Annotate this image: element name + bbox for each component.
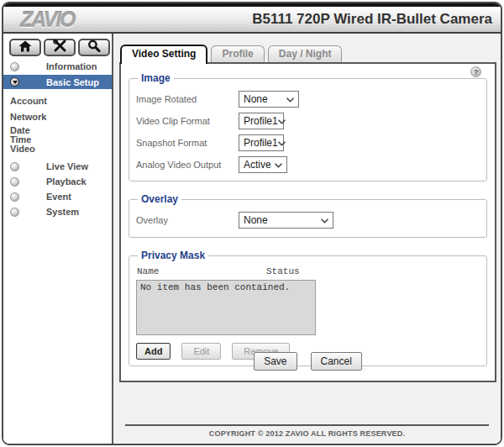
copyright-text: COPYRIGHT © 2012 ZAVIO ALL RIGHTS RESERV… xyxy=(113,429,501,438)
selected-value: Profile1 xyxy=(244,115,278,127)
tab-bar: Video Setting Profile Day / Night xyxy=(120,45,501,62)
zavio-logo: ZAVIO xyxy=(20,8,75,32)
form-row: Analog Video Output Active xyxy=(136,156,480,173)
home-icon xyxy=(18,40,32,55)
status-column-header: Status xyxy=(266,266,300,276)
sidebar-item-live-view[interactable]: Live View xyxy=(3,160,112,173)
privacy-mask-legend: Privacy Mask xyxy=(138,250,208,261)
selected-value: None xyxy=(244,93,268,105)
overlay-section-legend: Overlay xyxy=(138,193,181,205)
spacer xyxy=(113,382,501,424)
overlay-select[interactable]: None xyxy=(239,212,333,229)
setup-button[interactable] xyxy=(44,39,76,56)
header: ZAVIO B5111 720P Wired IR-Bullet Camera xyxy=(3,7,501,34)
sidebar-item-label: Information xyxy=(46,61,97,71)
video-clip-format-label: Video Clip Format xyxy=(136,116,239,126)
bullet-icon xyxy=(10,62,19,71)
chevron-down-icon xyxy=(321,214,328,226)
bullet-icon xyxy=(10,192,19,202)
empty-list-message: No item has been contained. xyxy=(140,282,290,292)
video-clip-format-select[interactable]: Profile1 xyxy=(239,113,284,129)
sidebar-item-label: Basic Setup xyxy=(46,77,99,87)
sidebar-item-system[interactable]: System xyxy=(3,205,112,218)
tools-icon xyxy=(53,39,67,55)
footer-divider xyxy=(125,424,489,426)
sidebar-item-label: System xyxy=(46,207,79,217)
overlay-label: Overlay xyxy=(136,215,239,225)
chevron-down-icon xyxy=(278,137,286,149)
sidebar-item-playback[interactable]: Playback xyxy=(3,175,112,188)
selected-value: Profile1 xyxy=(244,137,278,149)
bullet-icon xyxy=(10,162,19,171)
tab-day-night[interactable]: Day / Night xyxy=(268,45,343,62)
chevron-down-icon xyxy=(275,159,282,171)
sidebar-item-account[interactable]: Account xyxy=(3,95,112,108)
page-title: B5111 720P Wired IR-Bullet Camera xyxy=(252,11,492,28)
overlay-section: Overlay Overlay None xyxy=(129,193,487,238)
content-area: Video Setting Profile Day / Night ? Imag… xyxy=(113,34,501,445)
chevron-down-icon xyxy=(278,115,286,127)
sidebar-item-label: Playback xyxy=(46,176,87,187)
snapshot-format-select[interactable]: Profile1 xyxy=(239,134,284,151)
bullet-icon xyxy=(10,208,19,217)
sidebar-toolbar xyxy=(3,34,112,56)
image-section-legend: Image xyxy=(138,72,174,84)
bullet-icon xyxy=(10,177,19,187)
form-row: Overlay None xyxy=(136,212,480,229)
sidebar-item-video[interactable]: Video xyxy=(3,145,112,154)
image-rotated-label: Image Rotated xyxy=(136,94,239,104)
tab-video-setting[interactable]: Video Setting xyxy=(120,45,207,64)
sidebar: Information Basic Setup Account Network … xyxy=(3,34,113,445)
help-icon[interactable]: ? xyxy=(470,66,481,77)
analog-video-output-select[interactable]: Active xyxy=(239,156,287,173)
image-rotated-select[interactable]: None xyxy=(239,91,299,108)
privacy-mask-section: Privacy Mask Name Status No item has bee… xyxy=(129,250,487,366)
privacy-mask-columns: Name Status xyxy=(137,266,480,276)
privacy-mask-list[interactable]: No item has been contained. xyxy=(136,280,316,335)
analog-video-output-label: Analog Video Output xyxy=(136,160,239,170)
search-icon xyxy=(87,39,101,55)
form-row: Snapshot Format Profile1 xyxy=(136,134,480,151)
sidebar-item-network[interactable]: Network xyxy=(3,111,112,124)
main-area: Information Basic Setup Account Network … xyxy=(3,34,501,445)
tab-profile[interactable]: Profile xyxy=(211,45,264,62)
sidebar-item-label: Event xyxy=(46,192,71,202)
form-row: Image Rotated None xyxy=(136,91,480,108)
name-column-header: Name xyxy=(137,266,266,276)
sidebar-item-label: Live View xyxy=(46,161,88,171)
snapshot-format-label: Snapshot Format xyxy=(136,138,239,148)
sidebar-menu: Information Basic Setup Account Network … xyxy=(3,60,112,218)
settings-panel: ? Image Image Rotated None Video Clip Fo… xyxy=(119,62,496,382)
save-button[interactable]: Save xyxy=(254,352,297,371)
home-button[interactable] xyxy=(9,39,41,56)
sidebar-item-basic-setup[interactable]: Basic Setup xyxy=(3,75,112,89)
sidebar-item-information[interactable]: Information xyxy=(3,60,112,73)
form-actions: Save Cancel xyxy=(121,352,495,371)
image-section: Image Image Rotated None Video Clip Form… xyxy=(129,72,487,181)
selected-value: Active xyxy=(244,159,271,171)
selected-value: None xyxy=(244,214,268,226)
cancel-button[interactable]: Cancel xyxy=(311,352,362,371)
expand-arrow-icon xyxy=(10,77,19,87)
search-button[interactable] xyxy=(78,39,110,56)
chevron-down-icon xyxy=(286,93,294,105)
app-window: ZAVIO B5111 720P Wired IR-Bullet Camera xyxy=(2,2,502,445)
form-row: Video Clip Format Profile1 xyxy=(136,113,480,129)
sidebar-item-event[interactable]: Event xyxy=(3,190,112,203)
